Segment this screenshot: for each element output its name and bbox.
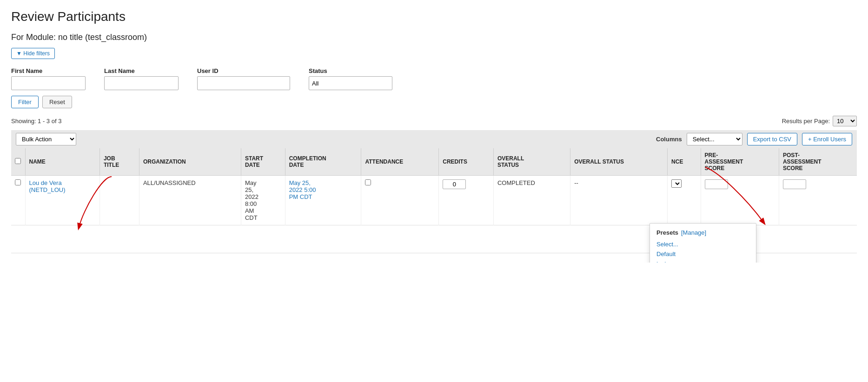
module-title: For Module: no title (test_classroom) (11, 33, 857, 42)
presets-label: Presets (656, 229, 678, 236)
table-header-row: NAME JOBTITLE ORGANIZATION STARTDATE COM… (11, 148, 857, 176)
last-name-input[interactable] (104, 76, 179, 90)
select-all-checkbox[interactable] (15, 158, 21, 164)
post-assessment-input[interactable] (783, 179, 806, 189)
toolbar: Bulk Action Mark Complete Remove Columns… (11, 130, 857, 148)
row-post-assessment (779, 176, 857, 225)
header-name: NAME (25, 148, 99, 176)
header-attendance: ATTENDANCE (361, 148, 439, 176)
attendance-checkbox[interactable] (365, 179, 371, 185)
manage-link[interactable]: [Manage] (681, 229, 706, 236)
last-name-label: Last Name (104, 67, 179, 74)
per-page-label: Results per Page: (782, 118, 830, 125)
header-completion-date: COMPLETIONDATE (285, 148, 361, 176)
filter-buttons: Filter Reset (11, 96, 857, 108)
results-per-page: Results per Page: 10 25 50 100 (782, 116, 857, 126)
header-organization: ORGANIZATION (139, 148, 241, 176)
user-id-field: User ID (197, 67, 290, 90)
results-header: Showing: 1 - 3 of 3 Results per Page: 10… (11, 116, 857, 126)
preset-default[interactable]: Default (656, 250, 749, 257)
table-row: Lou de Vera(NETD_LOU) ALL/UNASSIGNED May… (11, 176, 857, 225)
first-name-input[interactable] (11, 76, 86, 90)
page-title: Review Participants (11, 9, 857, 24)
reset-button[interactable]: Reset (42, 96, 72, 108)
row-organization: ALL/UNASSIGNED (139, 176, 241, 225)
row-name: Lou de Vera(NETD_LOU) (25, 176, 99, 225)
user-id-label: User ID (197, 67, 290, 74)
row-overall-status: COMPLETED (493, 176, 570, 225)
columns-select[interactable]: Select... (687, 133, 742, 145)
header-checkbox-cell (11, 148, 25, 176)
row-job-title (99, 176, 139, 225)
row-completion-date: May 25,2022 5:00PM CDT (285, 176, 361, 225)
row-overall-status2: -- (570, 176, 668, 225)
preset-select[interactable]: Select... (656, 241, 749, 248)
row-pre-assessment (701, 176, 779, 225)
columns-label: Columns (656, 136, 682, 143)
user-id-input[interactable] (197, 76, 290, 90)
row-checkbox[interactable] (15, 179, 21, 185)
first-name-field: First Name (11, 67, 86, 90)
row-start-date: May25,20228:00AMCDT (241, 176, 285, 225)
credits-input[interactable] (443, 179, 466, 189)
enroll-users-button[interactable]: + Enroll Users (802, 133, 852, 145)
header-nce: NCE (668, 148, 701, 176)
preset-test[interactable]: test (656, 260, 749, 263)
overall-status2-value: -- (574, 179, 578, 186)
export-csv-button[interactable]: Export to CSV (747, 133, 797, 145)
bulk-action-select[interactable]: Bulk Action Mark Complete Remove (16, 133, 76, 145)
header-post-assessment: POST-ASSESSMENTSCORE (779, 148, 857, 176)
row-attendance (361, 176, 439, 225)
nce-select[interactable] (671, 179, 682, 188)
presets-row: Presets [Manage] (656, 229, 749, 236)
hide-filters-button[interactable]: ▼ Hide filters (11, 48, 55, 59)
row-nce (668, 176, 701, 225)
completion-date-link[interactable]: May 25,2022 5:00PM CDT (289, 179, 316, 200)
header-pre-assessment: PRE-ASSESSMENTSCORE (701, 148, 779, 176)
showing-text: Showing: 1 - 3 of 3 (11, 118, 61, 125)
last-name-field: Last Name (104, 67, 179, 90)
per-page-select[interactable]: 10 25 50 100 (833, 116, 857, 126)
filters-section: First Name Last Name User ID Status Filt… (11, 67, 857, 108)
filters-row: First Name Last Name User ID Status (11, 67, 857, 90)
columns-dropdown: Presets [Manage] Select... Default test … (649, 223, 756, 263)
status-field: Status (309, 67, 392, 90)
header-overall-status2: OVERALL STATUS (570, 148, 668, 176)
header-start-date: STARTDATE (241, 148, 285, 176)
participant-name-link[interactable]: Lou de Vera(NETD_LOU) (29, 179, 66, 193)
header-credits: CREDITS (439, 148, 494, 176)
filter-button[interactable]: Filter (11, 96, 39, 108)
status-label: Status (309, 67, 392, 74)
row-checkbox-cell (11, 176, 25, 225)
toolbar-right: Columns Select... Export to CSV + Enroll… (656, 133, 852, 145)
toolbar-left: Bulk Action Mark Complete Remove (16, 133, 76, 145)
status-input[interactable] (309, 76, 392, 90)
row-credits (439, 176, 494, 225)
pre-assessment-input[interactable] (705, 179, 728, 189)
header-job-title: JOBTITLE (99, 148, 139, 176)
first-name-label: First Name (11, 67, 86, 74)
header-overall-status: OVERALLSTATUS (493, 148, 570, 176)
